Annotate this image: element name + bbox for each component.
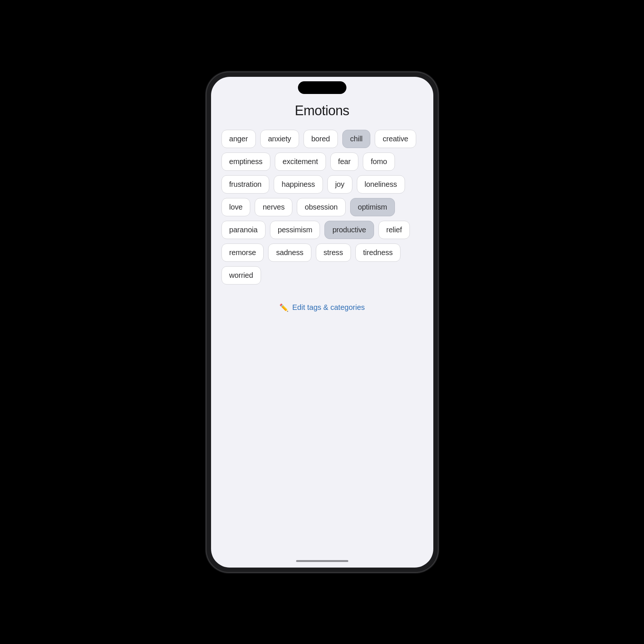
- tag-creative[interactable]: creative: [375, 130, 416, 148]
- tag-happiness[interactable]: happiness: [274, 175, 323, 194]
- phone-frame: Emotions angeranxietyboredchillcreativee…: [207, 72, 438, 572]
- home-bar: [296, 560, 348, 562]
- tag-anxiety[interactable]: anxiety: [260, 130, 299, 148]
- tag-excitement[interactable]: excitement: [275, 153, 326, 171]
- tag-fomo[interactable]: fomo: [363, 153, 395, 171]
- edit-section[interactable]: ✏️ Edit tags & categories: [222, 296, 423, 316]
- tag-sadness[interactable]: sadness: [268, 244, 311, 262]
- content-area: Emotions angeranxietyboredchillcreativee…: [211, 77, 433, 555]
- tag-loneliness[interactable]: loneliness: [357, 175, 405, 194]
- tag-frustration[interactable]: frustration: [222, 175, 270, 194]
- tag-chill[interactable]: chill: [342, 130, 370, 148]
- tag-productive[interactable]: productive: [324, 221, 374, 239]
- tag-relief[interactable]: relief: [378, 221, 410, 239]
- tag-anger[interactable]: anger: [222, 130, 256, 148]
- tag-stress[interactable]: stress: [316, 244, 351, 262]
- dynamic-island: [298, 81, 346, 94]
- page-title: Emotions: [222, 103, 423, 119]
- home-indicator: [211, 555, 433, 568]
- tag-emptiness[interactable]: emptiness: [222, 153, 270, 171]
- screen: Emotions angeranxietyboredchillcreativee…: [211, 77, 433, 568]
- edit-icon: ✏️: [279, 303, 289, 312]
- tag-paranoia[interactable]: paranoia: [222, 221, 266, 239]
- edit-tags-label[interactable]: Edit tags & categories: [292, 303, 365, 312]
- tag-joy[interactable]: joy: [327, 175, 352, 194]
- tag-love[interactable]: love: [222, 198, 251, 216]
- tag-pessimism[interactable]: pessimism: [270, 221, 320, 239]
- tag-bored[interactable]: bored: [304, 130, 338, 148]
- tags-container: angeranxietyboredchillcreativeemptinesse…: [222, 130, 423, 285]
- tag-remorse[interactable]: remorse: [222, 244, 264, 262]
- tag-tiredness[interactable]: tiredness: [355, 244, 400, 262]
- tag-obsession[interactable]: obsession: [297, 198, 345, 216]
- tag-fear[interactable]: fear: [330, 153, 359, 171]
- tag-worried[interactable]: worried: [222, 266, 261, 285]
- tag-nerves[interactable]: nerves: [255, 198, 292, 216]
- tag-optimism[interactable]: optimism: [350, 198, 395, 216]
